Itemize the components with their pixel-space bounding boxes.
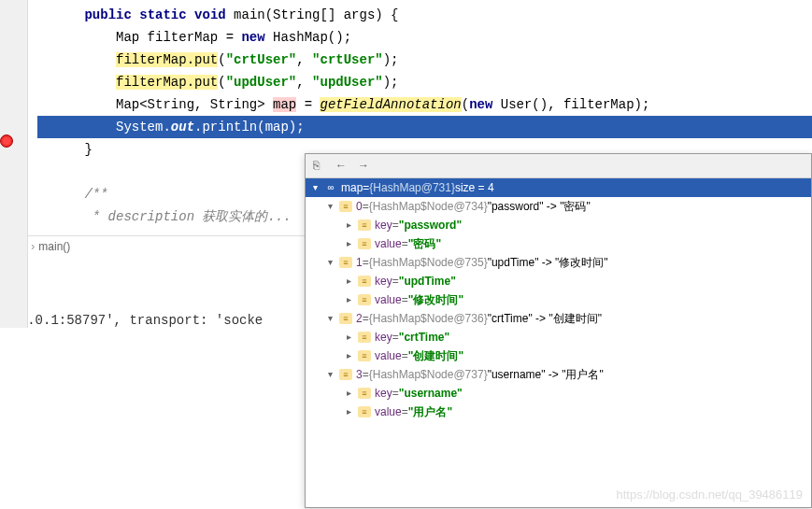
expand-arrow-icon[interactable] [324,254,335,271]
field-icon: ≡ [358,406,371,417]
var-type: {HashMap$Node@734} [369,198,488,215]
back-icon[interactable]: ← [335,159,350,174]
var-value-text: "创建时间" [408,347,463,364]
code-line[interactable]: Map filterMap = new HashMap(); [37,26,812,49]
var-key-value: "username" [399,385,463,402]
tree-node-value[interactable]: ≡value = "密码" [306,234,811,253]
breakpoint-icon[interactable] [0,134,13,148]
var-value-label: value [375,235,402,252]
var-size: size = 4 [455,179,494,196]
code-line-current[interactable]: System.out.println(map); [37,116,812,138]
var-type: {HashMap$Node@735} [369,254,488,271]
field-icon: ≡ [358,294,371,305]
copy-icon[interactable]: ⎘ [313,159,328,174]
var-index: 0 [356,198,363,215]
expand-arrow-icon[interactable] [343,347,354,364]
field-icon: ≡ [358,350,371,361]
field-icon: ≡ [339,257,352,268]
forward-icon[interactable]: → [358,159,373,174]
field-icon: ≡ [358,276,371,287]
field-icon: ≡ [339,369,352,380]
var-index: 3 [356,366,363,383]
debug-variables-popup[interactable]: ⎘ ← → ∞ map = {HashMap@731} size = 4 ≡0 … [305,153,812,508]
var-key-value: "password" [399,217,462,233]
expand-arrow-icon[interactable] [343,235,354,252]
field-icon: ≡ [358,332,371,343]
tree-node[interactable]: ≡2 = {HashMap$Node@736} "crtTime" -> "创建… [306,309,811,328]
var-type: {HashMap$Node@736} [369,310,488,327]
tree-node-key[interactable]: ≡key = "updTime" [306,272,811,290]
tree-node[interactable]: ≡3 = {HashMap$Node@737} "username" -> "用… [306,365,811,384]
field-icon: ≡ [339,201,352,212]
variable-icon: ∞ [324,182,337,193]
expand-arrow-icon[interactable] [324,310,335,327]
tree-node-value[interactable]: ≡value = "创建时间" [306,346,811,365]
var-key-value: "updTime" [399,273,456,290]
watermark: https://blog.csdn.net/qq_39486119 [617,488,804,502]
expand-arrow-icon[interactable] [324,198,335,215]
expand-arrow-icon[interactable] [343,273,354,290]
var-key-label: key [375,273,392,290]
tree-node-value[interactable]: ≡value = "修改时间" [306,290,811,309]
tree-node-value[interactable]: ≡value = "用户名" [306,403,811,421]
var-value: "updTime" -> "修改时间" [488,254,608,271]
tree-root[interactable]: ∞ map = {HashMap@731} size = 4 [306,178,811,197]
field-icon: ≡ [339,313,352,324]
tree-node-key[interactable]: ≡key = "password" [306,216,811,234]
expand-arrow-icon[interactable] [343,291,354,308]
expand-arrow-icon[interactable] [343,329,354,346]
var-key-label: key [375,217,392,233]
expand-arrow-icon[interactable] [324,366,335,383]
expand-arrow-icon[interactable] [343,385,354,402]
var-value-label: value [375,403,402,420]
field-icon: ≡ [358,219,371,231]
var-key-value: "crtTime" [399,329,450,346]
popup-toolbar: ⎘ ← → [306,154,811,178]
code-line[interactable]: filterMap.put("crtUser", "crtUser"); [37,49,812,71]
expand-arrow-icon[interactable] [343,217,354,233]
var-value-text: "修改时间" [408,291,463,308]
code-line[interactable]: Map<String, String> map = getFieldAnnota… [37,93,812,116]
tree-node[interactable]: ≡0 = {HashMap$Node@734} "password" -> "密… [306,197,811,216]
var-index: 2 [356,310,363,327]
var-value-text: "用户名" [408,403,452,420]
breadcrumb-separator: › [31,240,35,253]
var-value: "username" -> "用户名" [488,366,604,383]
tree-node-key[interactable]: ≡key = "username" [306,384,811,403]
var-value-text: "密码" [408,235,441,252]
breadcrumb-item[interactable]: main() [38,240,70,253]
var-key-label: key [375,329,392,346]
var-value: "crtTime" -> "创建时间" [488,310,602,327]
tree-node-key[interactable]: ≡key = "crtTime" [306,328,811,346]
field-icon: ≡ [358,388,371,399]
var-type: {HashMap@731} [369,179,455,196]
var-value: "password" -> "密码" [488,198,591,215]
var-type: {HashMap$Node@737} [369,366,488,383]
expand-arrow-icon[interactable] [309,179,321,196]
var-index: 1 [356,254,363,271]
expand-arrow-icon[interactable] [343,403,354,420]
field-icon: ≡ [358,238,371,249]
gutter [0,0,28,328]
var-value-label: value [375,291,402,308]
var-value-label: value [375,347,402,364]
tree-node[interactable]: ≡1 = {HashMap$Node@735} "updTime" -> "修改… [306,253,811,272]
code-line[interactable]: public static void main(String[] args) { [37,4,812,26]
code-line[interactable]: filterMap.put("updUser", "updUser"); [37,71,812,93]
var-key-label: key [375,385,392,402]
tree-body: ≡0 = {HashMap$Node@734} "password" -> "密… [306,197,811,421]
var-name: map [341,179,363,196]
